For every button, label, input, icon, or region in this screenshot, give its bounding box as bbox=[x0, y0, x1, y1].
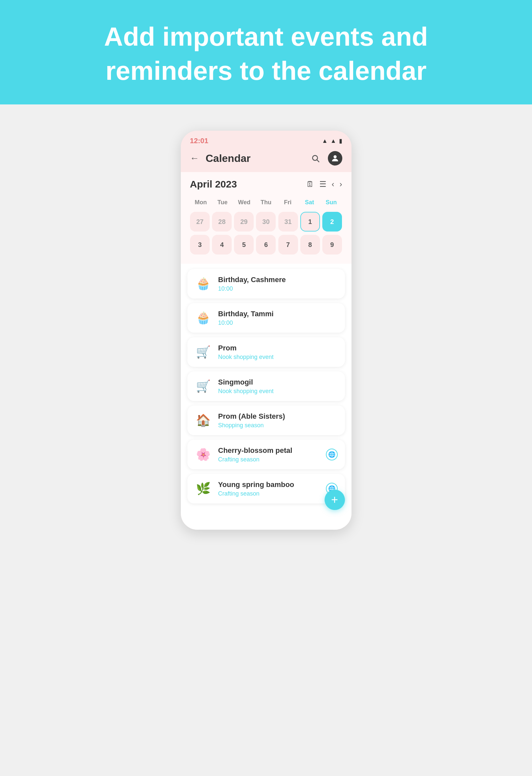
event-title-birthday-tammi: Birthday, Tammi bbox=[218, 310, 338, 318]
app-bar-left: ← Calendar bbox=[190, 152, 251, 165]
cal-day-31[interactable]: 31 bbox=[278, 212, 298, 231]
event-title-prom-able-sisters: Prom (Able Sisters) bbox=[218, 412, 338, 421]
event-info-prom-able-sisters: Prom (Able Sisters) Shopping season bbox=[218, 412, 338, 429]
avatar-button[interactable] bbox=[328, 151, 342, 166]
event-card-singmogil[interactable]: 🛒 Singmogil Nook shopping event bbox=[187, 371, 345, 401]
event-sub-prom-able-sisters: Shopping season bbox=[218, 422, 338, 429]
event-card-birthday-cashmere[interactable]: 🧁 Birthday, Cashmere 10:00 bbox=[187, 269, 345, 299]
fab-plus-icon: + bbox=[331, 493, 338, 507]
weekday-sat: Sat bbox=[299, 196, 320, 209]
cal-day-3[interactable]: 3 bbox=[190, 235, 210, 254]
event-info-singmogil: Singmogil Nook shopping event bbox=[218, 378, 338, 395]
month-year-label: April 2023 bbox=[190, 179, 237, 190]
calendar-nav: 🗓 ☰ ‹ › bbox=[306, 180, 342, 189]
weekday-sun: Sun bbox=[320, 196, 342, 209]
event-sub-birthday-tammi: 10:00 bbox=[218, 320, 338, 327]
banner-title: Add important events and reminders to th… bbox=[66, 20, 466, 88]
weekday-wed: Wed bbox=[233, 196, 255, 209]
event-info-young-spring-bamboo: Young spring bamboo Crafting season bbox=[218, 480, 320, 497]
event-sub-cherry-blossom: Crafting season bbox=[218, 456, 320, 463]
cal-day-27[interactable]: 27 bbox=[190, 212, 210, 231]
status-time: 12:01 bbox=[190, 137, 208, 145]
event-icon-cart-prom: 🛒 bbox=[195, 343, 212, 361]
event-title-birthday-cashmere: Birthday, Cashmere bbox=[218, 275, 338, 284]
calendar-grid-row2: 3 4 5 6 7 8 9 bbox=[190, 235, 342, 254]
event-title-cherry-blossom: Cherry-blossom petal bbox=[218, 446, 320, 455]
event-sub-singmogil: Nook shopping event bbox=[218, 388, 338, 395]
event-card-prom-nook[interactable]: 🛒 Prom Nook shopping event bbox=[187, 337, 345, 367]
event-title-singmogil: Singmogil bbox=[218, 378, 338, 387]
top-banner: Add important events and reminders to th… bbox=[0, 0, 532, 105]
event-info-cherry-blossom: Cherry-blossom petal Crafting season bbox=[218, 446, 320, 463]
app-title: Calendar bbox=[206, 152, 251, 165]
add-event-fab[interactable]: + bbox=[325, 490, 345, 510]
back-button[interactable]: ← bbox=[190, 153, 199, 164]
event-title-young-spring-bamboo: Young spring bamboo bbox=[218, 480, 320, 489]
svg-line-1 bbox=[317, 160, 319, 162]
svg-point-2 bbox=[333, 155, 336, 158]
event-icon-cart-singmogil: 🛒 bbox=[195, 377, 212, 395]
cal-day-7[interactable]: 7 bbox=[278, 235, 298, 254]
weekday-tue: Tue bbox=[212, 196, 233, 209]
app-bar: ← Calendar bbox=[181, 148, 351, 172]
event-card-cherry-blossom[interactable]: 🌸 Cherry-blossom petal Crafting season 🌐 bbox=[187, 440, 345, 469]
search-button[interactable] bbox=[308, 151, 323, 166]
calendar-grid: 27 28 29 30 31 1 2 bbox=[190, 212, 342, 231]
cal-day-4[interactable]: 4 bbox=[212, 235, 232, 254]
event-info-birthday-cashmere: Birthday, Cashmere 10:00 bbox=[218, 275, 338, 292]
cal-day-6[interactable]: 6 bbox=[256, 235, 276, 254]
app-bar-right bbox=[308, 151, 342, 166]
event-card-prom-able-sisters[interactable]: 🏠 Prom (Able Sisters) Shopping season bbox=[187, 406, 345, 435]
event-badge-cherry-blossom: 🌐 bbox=[326, 448, 338, 460]
event-sub-birthday-cashmere: 10:00 bbox=[218, 285, 338, 292]
event-icon-blossom: 🌸 bbox=[195, 446, 212, 463]
cal-day-28[interactable]: 28 bbox=[212, 212, 232, 231]
event-info-prom-nook: Prom Nook shopping event bbox=[218, 344, 338, 361]
calendar-view-icon[interactable]: 🗓 bbox=[306, 180, 314, 189]
status-bar: 12:01 ▲ ▲ ▮ bbox=[181, 131, 351, 148]
phone-frame-wrapper: 12:01 ▲ ▲ ▮ ← Calendar bbox=[181, 131, 351, 530]
event-sub-young-spring-bamboo: Crafting season bbox=[218, 490, 320, 497]
event-icon-cupcake-tammi: 🧁 bbox=[195, 309, 212, 327]
event-card-birthday-tammi[interactable]: 🧁 Birthday, Tammi 10:00 bbox=[187, 303, 345, 333]
events-section: 🧁 Birthday, Cashmere 10:00 🧁 Birthday, T… bbox=[181, 264, 351, 530]
weekday-mon: Mon bbox=[190, 196, 212, 209]
event-info-birthday-tammi: Birthday, Tammi 10:00 bbox=[218, 310, 338, 327]
event-icon-cupcake: 🧁 bbox=[195, 275, 212, 293]
cal-day-9[interactable]: 9 bbox=[322, 235, 342, 254]
weekday-headers: Mon Tue Wed Thu Fri Sat Sun bbox=[190, 196, 342, 209]
calendar-list-icon[interactable]: ☰ bbox=[319, 180, 326, 189]
event-card-young-spring-bamboo[interactable]: 🌿 Young spring bamboo Crafting season 🌐 … bbox=[187, 474, 345, 504]
weekday-thu: Thu bbox=[255, 196, 277, 209]
cal-day-1[interactable]: 1 bbox=[300, 212, 320, 231]
signal-icon: ▲ bbox=[330, 138, 336, 145]
cal-day-2[interactable]: 2 bbox=[322, 212, 342, 231]
calendar-header: April 2023 🗓 ☰ ‹ › bbox=[190, 179, 342, 190]
event-sub-prom-nook: Nook shopping event bbox=[218, 354, 338, 361]
sim-icon: ▲ bbox=[322, 138, 328, 145]
calendar-section: April 2023 🗓 ☰ ‹ › Mon Tue Wed Thu Fri S… bbox=[181, 172, 351, 264]
battery-icon: ▮ bbox=[339, 137, 342, 145]
weekday-fri: Fri bbox=[277, 196, 299, 209]
cal-day-30[interactable]: 30 bbox=[256, 212, 276, 231]
event-icon-house: 🏠 bbox=[195, 411, 212, 429]
phone-frame: 12:01 ▲ ▲ ▮ ← Calendar bbox=[181, 131, 351, 530]
status-icons: ▲ ▲ ▮ bbox=[322, 137, 342, 145]
event-icon-bamboo: 🌿 bbox=[195, 480, 212, 498]
next-month-button[interactable]: › bbox=[340, 180, 342, 189]
prev-month-button[interactable]: ‹ bbox=[332, 180, 334, 189]
event-title-prom: Prom bbox=[218, 344, 338, 352]
cal-day-8[interactable]: 8 bbox=[300, 235, 320, 254]
cal-day-29[interactable]: 29 bbox=[234, 212, 254, 231]
cal-day-5[interactable]: 5 bbox=[234, 235, 254, 254]
